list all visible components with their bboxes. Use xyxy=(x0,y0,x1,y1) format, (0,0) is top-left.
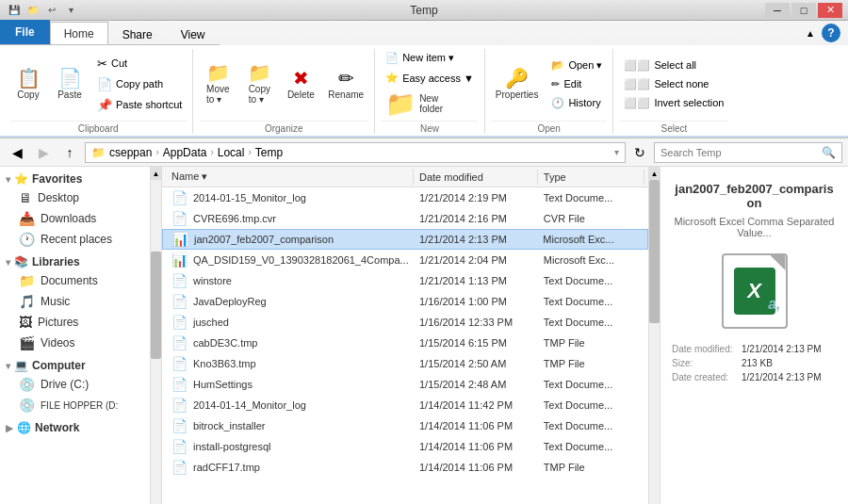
scissors-icon: ✂ xyxy=(97,57,107,71)
new-item-button[interactable]: 📄 New item ▾ xyxy=(381,49,459,67)
close-button[interactable]: ✕ xyxy=(818,3,842,18)
paste-icon: 📄 xyxy=(58,69,82,88)
nav-section-libraries: ▾ 📚 Libraries 📁 Documents 🎵 Music 🖼 Pict… xyxy=(0,253,150,353)
tab-file[interactable]: File xyxy=(0,20,50,44)
nav-section-favorites-header[interactable]: ▾ ⭐ Favorites xyxy=(0,171,150,187)
cut-button[interactable]: ✂Cut xyxy=(92,54,187,73)
copy-button[interactable]: 📋 Copy xyxy=(9,66,47,103)
table-row[interactable]: 📄 2014-01-14_Monitor_log 1/14/2014 11:42… xyxy=(162,395,648,415)
properties-button[interactable]: 🔑 Properties xyxy=(491,66,544,103)
undo-quickaccess-btn[interactable]: ↩ xyxy=(43,2,60,19)
copy-to-button[interactable]: 📁 Copyto ▾ xyxy=(240,60,278,107)
table-row[interactable]: 📄 install-postgresql 1/14/2014 11:06 PM … xyxy=(162,436,648,457)
nav-section-libraries-header[interactable]: ▾ 📚 Libraries xyxy=(0,253,150,270)
folder-quickaccess-btn[interactable]: 📁 xyxy=(24,2,41,19)
file-date-cell: 1/21/2014 2:16 PM xyxy=(414,213,538,224)
nav-scrollbar[interactable]: ▲ ▼ xyxy=(151,167,162,504)
select-none-button[interactable]: ⬜⬜Select none xyxy=(619,75,728,93)
table-row[interactable]: 📄 JavaDeployReg 1/16/2014 1:00 PM Text D… xyxy=(162,291,648,312)
nav-item-file-hopper[interactable]: 💿 FILE HOPPER (D: xyxy=(0,395,150,415)
edit-button[interactable]: ✏Edit xyxy=(546,75,607,93)
select-all-button[interactable]: ⬜⬜Select all xyxy=(619,57,728,74)
table-row[interactable]: 📄 radCFF17.tmp 1/14/2014 11:06 PM TMP Fi… xyxy=(162,457,648,478)
nav-item-documents[interactable]: 📁 Documents xyxy=(0,270,150,291)
paste-button[interactable]: 📄 Paste xyxy=(51,66,89,103)
path-folder-icon: 📁 xyxy=(91,146,106,159)
forward-button[interactable]: ▶ xyxy=(32,142,55,163)
invert-selection-button[interactable]: ⬜⬜Invert selection xyxy=(619,94,728,112)
help-button[interactable]: ? xyxy=(822,24,840,42)
nav-item-drive-c[interactable]: 💿 Drive (C:) xyxy=(0,374,150,395)
table-row[interactable]: 📄 CVRE696.tmp.cvr 1/21/2014 2:16 PM CVR … xyxy=(162,208,648,229)
network-chevron: ▶ xyxy=(6,423,13,433)
file-scroll-up[interactable]: ▲ xyxy=(649,167,660,180)
nav-item-videos[interactable]: 🎬 Videos xyxy=(0,333,150,353)
title-bar: 💾 📁 ↩ ▾ Temp ─ □ ✕ xyxy=(0,0,848,21)
file-name-text: Kno3B63.tmp xyxy=(193,358,256,369)
new-folder-button[interactable]: 📁 Newfolder xyxy=(381,89,448,119)
col-header-date[interactable]: Date modified xyxy=(414,170,538,185)
file-list: 📄 2014-01-15_Monitor_log 1/21/2014 2:19 … xyxy=(162,187,648,504)
file-date-cell: 1/14/2014 11:06 PM xyxy=(414,462,538,473)
table-row[interactable]: 📄 jusched 1/16/2014 12:33 PM Text Docume… xyxy=(162,312,648,333)
tab-home[interactable]: Home xyxy=(50,22,108,44)
table-row[interactable]: 📄 HumSettings 1/15/2014 2:48 AM Text Doc… xyxy=(162,374,648,395)
nav-scroll-up[interactable]: ▲ xyxy=(151,167,161,180)
nav-item-recent-places[interactable]: 🕐 Recent places xyxy=(0,229,150,250)
file-name-cell: 📊 QA_DSID159_V0_1390328182061_4Compa... xyxy=(166,252,414,268)
history-button[interactable]: 🕐History xyxy=(546,94,607,112)
libraries-icon: 📚 xyxy=(14,255,28,268)
nav-section-network-header[interactable]: ▶ 🌐 Network xyxy=(0,419,150,436)
quickaccess-dropdown-btn[interactable]: ▾ xyxy=(62,2,79,19)
music-label: Music xyxy=(41,295,70,308)
file-icon: 📄 xyxy=(171,190,188,205)
file-list-scrollbar[interactable]: ▲ ▼ xyxy=(648,167,660,504)
delete-button[interactable]: ✖ Delete xyxy=(282,66,319,103)
file-type-cell: Text Docume... xyxy=(538,379,644,390)
nav-item-music[interactable]: 🎵 Music xyxy=(0,291,150,312)
nav-item-desktop[interactable]: 🖥 Desktop xyxy=(0,187,150,208)
move-to-button[interactable]: 📁 Moveto ▾ xyxy=(199,60,236,107)
save-quickaccess-btn[interactable]: 💾 xyxy=(6,2,23,19)
table-row[interactable]: 📄 Kno3B63.tmp 1/15/2014 2:50 AM TMP File xyxy=(162,353,648,374)
select-label: Select xyxy=(619,121,728,134)
col-header-name[interactable]: Name ▾ xyxy=(166,169,414,185)
paste-shortcut-button[interactable]: 📌Paste shortcut xyxy=(92,95,187,115)
tab-view[interactable]: View xyxy=(167,24,220,44)
col-header-type[interactable]: Type xyxy=(538,170,644,185)
address-path[interactable]: 📁 cseppan › AppData › Local › Temp ▾ xyxy=(85,142,626,163)
up-button[interactable]: ↑ xyxy=(58,142,81,163)
copy-path-icon: 📄 xyxy=(97,77,112,91)
tab-share[interactable]: Share xyxy=(108,24,167,44)
table-row[interactable]: 📊 jan2007_feb2007_comparison 1/21/2014 2… xyxy=(162,229,648,250)
table-row[interactable]: 📄 2014-01-15_Monitor_log 1/21/2014 2:19 … xyxy=(162,187,648,208)
minimize-button[interactable]: ─ xyxy=(765,3,790,18)
ribbon-group-clipboard: 📋 Copy 📄 Paste ✂Cut 📄Copy path 📌Paste sh… xyxy=(4,49,193,134)
file-type-cell: Text Docume... xyxy=(538,399,644,411)
table-row[interactable]: 📄 bitrock_installer 1/14/2014 11:06 PM T… xyxy=(162,415,648,436)
file-name-cell: 📄 Kno3B63.tmp xyxy=(166,356,414,371)
ribbon-collapse-btn[interactable]: ▲ xyxy=(799,23,822,43)
refresh-button[interactable]: ↻ xyxy=(629,142,650,163)
search-input[interactable] xyxy=(660,147,818,158)
table-row[interactable]: 📊 QA_DSID159_V0_1390328182061_4Compa... … xyxy=(162,250,648,270)
nav-item-downloads[interactable]: 📥 Downloads xyxy=(0,208,150,229)
maximize-button[interactable]: □ xyxy=(791,3,816,18)
table-row[interactable]: 📄 cabDE3C.tmp 1/15/2014 6:15 PM TMP File xyxy=(162,333,648,353)
title-bar-left: 💾 📁 ↩ ▾ xyxy=(6,2,79,19)
nav-item-pictures[interactable]: 🖼 Pictures xyxy=(0,312,150,333)
table-row[interactable]: 📄 winstore 1/21/2014 1:13 PM Text Docume… xyxy=(162,270,648,291)
rename-button[interactable]: ✏ Rename xyxy=(323,66,368,103)
address-bar: ◀ ▶ ↑ 📁 cseppan › AppData › Local › Temp… xyxy=(0,138,848,167)
preview-meta: Date modified: 1/21/2014 2:13 PM Size: 2… xyxy=(672,344,837,386)
easy-access-button[interactable]: ⭐ Easy access ▼ xyxy=(381,69,479,87)
copy-path-button[interactable]: 📄Copy path xyxy=(92,74,187,94)
path-dropdown-icon: ▾ xyxy=(614,147,619,157)
date-created-label: Date created: xyxy=(672,372,738,382)
back-button[interactable]: ◀ xyxy=(6,142,28,163)
ribbon-group-select: ⬜⬜Select all ⬜⬜Select none ⬜⬜Invert sele… xyxy=(613,49,734,134)
open-button[interactable]: 📂Open ▾ xyxy=(546,57,607,74)
file-icon: 📄 xyxy=(171,418,188,433)
open-label: Open xyxy=(491,121,608,134)
nav-section-computer-header[interactable]: ▾ 💻 Computer xyxy=(0,357,150,374)
